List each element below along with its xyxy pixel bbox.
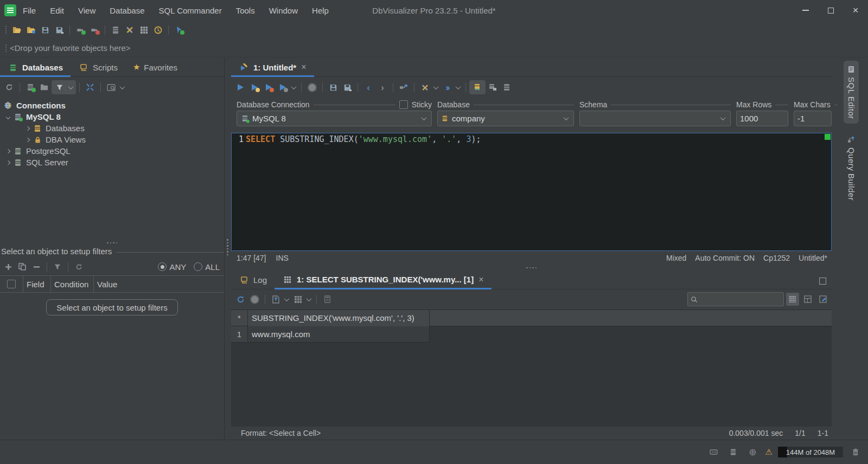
warning-icon[interactable]: ⚠	[765, 447, 773, 457]
remove-filter-icon[interactable]	[30, 261, 42, 273]
favorites-drag-handle[interactable]	[5, 44, 7, 52]
result-layout-icon[interactable]	[501, 81, 513, 93]
tab-favorites[interactable]: ★ Favorites	[125, 62, 185, 76]
filter-splitter-handle[interactable]	[0, 240, 224, 246]
chevron-down-icon[interactable]	[284, 296, 290, 301]
schema-dropdown[interactable]	[579, 111, 731, 126]
max-chars-input[interactable]: -1	[794, 111, 832, 126]
connections-monitor-icon[interactable]	[708, 446, 720, 458]
select-all-checkbox[interactable]	[7, 280, 16, 288]
close-tab-icon[interactable]: ×	[478, 275, 483, 285]
horizontal-splitter[interactable]	[231, 265, 832, 271]
execute-current-icon[interactable]	[248, 81, 260, 93]
chevron-down-icon[interactable]	[307, 296, 312, 301]
tree-item-databases[interactable]: Databases	[0, 123, 224, 134]
data-cell[interactable]: www.mysql.com	[248, 326, 430, 343]
tree-item-postgresql[interactable]: PostgreSQL	[0, 145, 224, 157]
menu-edit[interactable]: Edit	[50, 6, 64, 15]
database-dropdown[interactable]: company	[437, 111, 574, 126]
edit-cell-button[interactable]	[816, 293, 829, 306]
menu-tools[interactable]: Tools	[236, 6, 255, 15]
history-back-icon[interactable]: ‹	[362, 81, 374, 93]
execute-explain-icon[interactable]	[277, 81, 289, 93]
open-favorite-folder-icon[interactable]	[25, 24, 37, 36]
add-filter-icon[interactable]	[2, 261, 14, 273]
menu-window[interactable]: Window	[269, 6, 298, 15]
setup-filters-button[interactable]: Select an object to setup filters	[46, 299, 177, 315]
statement-delimiter-mode[interactable]: Mixed	[666, 254, 686, 262]
execute-icon[interactable]	[234, 81, 246, 93]
network-status-icon[interactable]	[747, 446, 759, 458]
chevron-down-icon[interactable]	[433, 84, 439, 89]
pin-result-button[interactable]	[469, 80, 486, 94]
continue-icon[interactable]: ››	[441, 81, 453, 93]
toolbar-drag-handle[interactable]	[5, 26, 7, 34]
execute-buffer-icon[interactable]	[263, 81, 275, 93]
memory-indicator[interactable]: 144M of 2048M	[778, 447, 843, 457]
grid-view-button[interactable]	[786, 293, 799, 306]
auto-commit-status[interactable]: Auto Commit: ON	[695, 254, 755, 262]
open-folder-icon[interactable]	[11, 24, 23, 36]
collapsed-chevron-icon[interactable]	[6, 149, 10, 153]
collapsed-chevron-icon[interactable]	[25, 137, 30, 141]
calculator-icon[interactable]	[321, 293, 333, 305]
tab-scripts[interactable]: Scripts	[71, 63, 125, 76]
export-icon[interactable]	[270, 293, 282, 305]
form-view-button[interactable]	[801, 293, 814, 306]
tab-sql-editor[interactable]: SQL Editor	[844, 61, 859, 124]
column-value[interactable]: Value	[94, 276, 224, 292]
copy-filter-icon[interactable]	[16, 261, 28, 273]
radio-any[interactable]	[158, 262, 167, 271]
disconnect-icon[interactable]	[88, 24, 100, 36]
tools-icon[interactable]	[124, 24, 136, 36]
minimize-button[interactable]	[793, 0, 818, 21]
encoding[interactable]: Cp1252	[763, 254, 790, 262]
grid-options-icon[interactable]	[292, 293, 304, 305]
rerun-icon[interactable]	[234, 293, 246, 305]
connection-dropdown[interactable]: MySQL 8	[237, 111, 432, 126]
chevron-down-icon[interactable]	[456, 84, 461, 89]
garbage-collect-icon[interactable]	[850, 446, 861, 458]
save-icon[interactable]	[39, 24, 51, 36]
menu-help[interactable]: Help	[312, 6, 329, 15]
add-connection-icon[interactable]	[24, 81, 36, 93]
tab-log[interactable]: Log	[231, 275, 275, 289]
menu-database[interactable]: Database	[110, 6, 144, 15]
max-rows-input[interactable]: 1000	[736, 111, 788, 126]
chevron-down-icon[interactable]	[120, 84, 125, 89]
restore-button[interactable]	[818, 0, 843, 21]
tab-untitled-editor[interactable]: 1: Untitled* ×	[231, 62, 314, 76]
column-field[interactable]: Field	[23, 276, 51, 292]
refresh-icon[interactable]	[3, 81, 15, 93]
tab-query-builder[interactable]: Query Builder	[844, 131, 859, 205]
save-as-icon[interactable]	[53, 24, 65, 36]
tree-item-connections[interactable]: Connections	[0, 100, 224, 111]
menu-file[interactable]: File	[23, 6, 36, 15]
close-tab-icon[interactable]: ×	[301, 62, 306, 72]
explain-plan-icon[interactable]	[398, 81, 410, 93]
tree-item-sql-server[interactable]: SQL Server	[0, 157, 224, 168]
close-button[interactable]: ×	[843, 0, 868, 21]
connect-icon[interactable]	[74, 24, 86, 36]
filter-toggle-button[interactable]	[52, 80, 76, 94]
commit-server-icon[interactable]	[110, 24, 122, 36]
locate-object-icon[interactable]	[105, 81, 117, 93]
expanded-chevron-icon[interactable]	[6, 114, 10, 119]
maximize-results-icon[interactable]	[819, 278, 826, 285]
stop-icon[interactable]	[306, 81, 318, 93]
radio-all[interactable]	[194, 262, 202, 271]
stop-result-icon[interactable]	[248, 293, 260, 305]
sql-editor[interactable]: 1 SELECT SUBSTRING_INDEX('www.mysql.com'…	[231, 133, 832, 251]
grid-column-header[interactable]: SUBSTRING_INDEX('www.mysql.com', '.', 3)	[248, 310, 430, 327]
menu-sql-commander[interactable]: SQL Commander	[159, 6, 222, 15]
collapsed-chevron-icon[interactable]	[6, 160, 10, 164]
sql-code[interactable]: SELECT SUBSTRING_INDEX('www.mysql.com', …	[246, 133, 831, 250]
tab-databases[interactable]: Databases	[0, 63, 71, 76]
vertical-splitter[interactable]	[225, 57, 231, 440]
refresh-filter-icon[interactable]	[73, 261, 85, 273]
collapse-all-icon[interactable]	[84, 81, 96, 93]
save-script-as-icon[interactable]	[341, 81, 353, 93]
tree-item-dba-views[interactable]: DBA Views	[0, 134, 224, 145]
menu-view[interactable]: View	[78, 6, 95, 15]
collapsed-chevron-icon[interactable]	[25, 126, 30, 130]
